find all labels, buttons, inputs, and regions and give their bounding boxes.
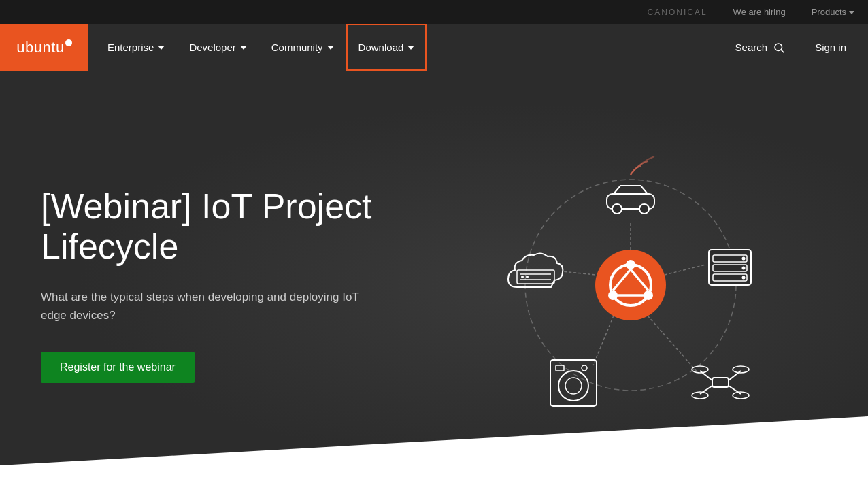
svg-point-25 xyxy=(526,276,529,278)
main-nav: ubuntu Enterprise Developer Community Do… xyxy=(0,24,868,71)
search-button[interactable]: Search xyxy=(727,36,794,59)
signin-button[interactable]: Sign in xyxy=(807,36,854,59)
svg-line-43 xyxy=(593,316,614,365)
hero-bottom-diagonal xyxy=(0,416,868,498)
hero-title: [Webinar] IoT Project Lifecycle xyxy=(41,186,434,268)
hero-illustration xyxy=(434,149,827,421)
nav-enterprise[interactable]: Enterprise xyxy=(95,24,177,71)
nav-community[interactable]: Community xyxy=(259,24,346,71)
svg-line-41 xyxy=(665,265,705,275)
nav-developer[interactable]: Developer xyxy=(177,24,258,71)
svg-point-38 xyxy=(692,392,708,399)
hero-content: [Webinar] IoT Project Lifecycle What are… xyxy=(41,186,434,384)
developer-chevron-icon xyxy=(240,46,247,50)
hero-description: What are the typical steps when developi… xyxy=(41,288,381,325)
svg-point-37 xyxy=(733,366,749,373)
download-chevron-icon xyxy=(407,46,414,50)
top-bar: CANONICAL We are hiring Products xyxy=(0,0,868,24)
hero-section: [Webinar] IoT Project Lifecycle What are… xyxy=(0,71,868,498)
svg-point-13 xyxy=(639,204,649,214)
nav-links: Enterprise Developer Community Download xyxy=(88,24,727,71)
svg-point-12 xyxy=(612,204,622,214)
svg-rect-26 xyxy=(550,360,597,406)
svg-point-0 xyxy=(775,44,782,51)
canonical-logo: CANONICAL xyxy=(648,7,707,17)
svg-point-24 xyxy=(521,276,524,278)
svg-point-27 xyxy=(558,371,588,401)
community-chevron-icon xyxy=(327,46,334,50)
iot-diagram xyxy=(495,149,767,421)
ubuntu-circle-icon xyxy=(65,39,72,46)
enterprise-chevron-icon xyxy=(158,46,165,50)
svg-point-18 xyxy=(742,256,746,260)
svg-point-39 xyxy=(733,392,749,399)
svg-point-5 xyxy=(626,260,635,269)
nav-download[interactable]: Download xyxy=(346,24,427,71)
products-chevron-icon xyxy=(849,11,854,14)
register-button[interactable]: Register for the webinar xyxy=(41,352,195,383)
svg-line-44 xyxy=(648,316,699,374)
svg-point-28 xyxy=(565,378,582,394)
svg-line-1 xyxy=(782,50,784,52)
watermark: 知乎 @桂哥317 xyxy=(763,468,848,484)
products-link[interactable]: Products xyxy=(812,7,854,17)
ubuntu-logo[interactable]: ubuntu xyxy=(0,24,88,71)
svg-line-42 xyxy=(563,271,595,275)
svg-point-19 xyxy=(742,266,746,269)
logo-text: ubuntu xyxy=(16,39,71,56)
nav-right: Search Sign in xyxy=(727,36,868,59)
search-icon xyxy=(773,42,785,54)
svg-point-20 xyxy=(742,276,746,279)
svg-point-30 xyxy=(582,365,587,371)
svg-rect-31 xyxy=(712,378,729,387)
hiring-link[interactable]: We are hiring xyxy=(728,7,791,17)
